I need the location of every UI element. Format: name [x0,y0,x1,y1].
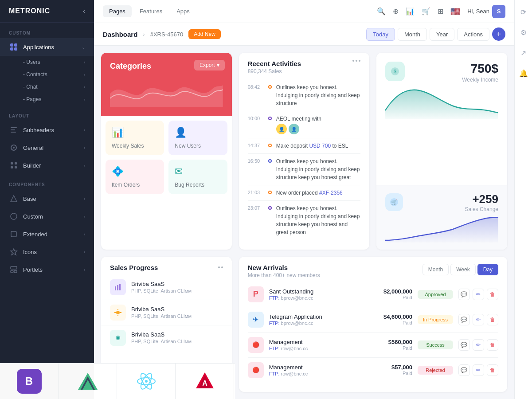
sidebar-item-portlets[interactable]: Portlets › [0,261,94,278]
flag-icon[interactable]: 🇺🇸 [450,7,460,16]
breadcrumb-btn-month[interactable]: Month [398,28,427,41]
activity-highlight-1437: USD 700 [309,143,331,149]
arrivals-action-delete-sant[interactable]: 🗑 [487,289,498,300]
sales-change-section: 🛒 +259 Sales Change [376,185,507,250]
sidebar-item-label-subheaders: Subheaders [23,127,84,133]
arrivals-action-chat-telegram[interactable]: 💬 [458,314,470,325]
right-icon-refresh[interactable]: ⟳ [517,5,530,19]
arrivals-name-telegram: Telegram Application [269,313,363,320]
breadcrumb-btn-actions[interactable]: Actions [457,28,489,41]
grid-icon[interactable]: ⊞ [438,7,443,16]
arrivals-tab-month[interactable]: Month [422,264,449,275]
sidebar-item-applications[interactable]: Applications ⌄ [0,38,94,56]
category-item-new-users[interactable]: 👤 New Users [168,121,227,155]
sidebar-item-label-icons: Icons [23,249,84,255]
weekly-income-icon-wrap: $ [385,62,405,81]
sidebar-item-builder[interactable]: Builder › [0,156,94,174]
progress-info-2: Briviba SaaS PHP, SQLite, Artisan CLIмм [131,331,223,344]
activities-menu-dots[interactable] [352,60,360,62]
sidebar-subitem-contacts[interactable]: - Contacts › [0,68,94,81]
cart-icon[interactable]: 🛒 [422,7,430,16]
framework-react[interactable] [117,364,176,399]
activity-avatars: 👤 👤 [276,124,361,134]
arrivals-tab-week[interactable]: Week [450,264,475,275]
breadcrumb-btn-year[interactable]: Year [430,28,454,41]
sidebar-subitem-users[interactable]: - Users › [0,56,94,68]
arrivals-badge-mgmt2: Rejected [418,366,453,375]
activity-item-0842: 08:42 Outlines keep you honest. Indulgin… [248,80,361,111]
sidebar-item-custom[interactable]: Custom › [0,207,94,225]
arrivals-action-delete-mgmt1[interactable]: 🗑 [487,339,498,351]
activity-text-1000: AEOL meeting with 👤 👤 [276,115,361,134]
user-avatar[interactable]: S [492,5,505,18]
breadcrumb-add-button[interactable]: Add New [188,29,221,39]
arrivals-action-edit-mgmt1[interactable]: ✏ [473,339,484,351]
sidebar-subitem-arrow-chat: › [84,85,85,90]
svg-rect-4 [11,127,17,128]
arrivals-action-chat-sant[interactable]: 💬 [458,289,470,300]
export-button[interactable]: Export ▾ [194,60,225,70]
svg-rect-10 [15,162,17,164]
nav-tab-features[interactable]: Features [133,5,168,17]
svg-rect-9 [11,162,13,164]
right-icon-settings[interactable]: ⚙ [517,26,530,39]
arrivals-action-edit-telegram[interactable]: ✏ [473,314,484,325]
sidebar-item-general[interactable]: General › [0,139,94,156]
logo-text: METRONIC [9,7,50,15]
activity-text-1437: Make deposit USD 700 to ESL [276,142,361,150]
activity-text-1650: Outlines keep you honest. Indulging in p… [276,157,361,181]
sidebar-item-icons[interactable]: Icons › [0,243,94,261]
arrivals-action-edit-mgmt2[interactable]: ✏ [473,364,484,376]
category-item-weekly-sales[interactable]: 📊 Weekly Sales [106,121,164,155]
activities-title: Recent Activities [248,60,301,67]
avatar-1: 👤 [276,124,287,134]
arrivals-action-edit-sant[interactable]: ✏ [473,289,484,300]
sidebar-item-arrow-general: › [84,145,85,150]
svg-rect-17 [11,270,13,273]
sidebar-item-subheaders[interactable]: Subheaders › [0,121,94,139]
breadcrumb-add-circle-button[interactable]: + [492,27,505,41]
arrivals-ftp-mgmt1: FTP: row@bnc.cc [269,346,363,351]
arrivals-name-mgmt1: Management [269,339,363,345]
framework-angular[interactable]: A [176,364,234,399]
arrivals-action-delete-mgmt2[interactable]: 🗑 [487,364,498,376]
chart-icon[interactable]: 📊 [406,7,415,16]
arrivals-action-chat-mgmt2[interactable]: 💬 [458,364,470,376]
svg-point-8 [13,147,15,149]
breadcrumb-btn-today[interactable]: Today [366,28,395,41]
section-label-custom: CUSTOM [0,23,94,38]
category-item-bug-reports[interactable]: ✉ Bug Reports [168,160,227,194]
sidebar-item-arrow-icons: › [84,250,85,254]
activity-item-2103: 21:03 New order placed #XF-2356 [248,185,361,201]
nav-tab-apps[interactable]: Apps [170,5,196,17]
activity-item-1000: 10:00 AEOL meeting with 👤 👤 [248,111,361,138]
breadcrumb-id: #XRS-45670 [150,31,183,38]
framework-bootstrap[interactable]: B [0,364,59,399]
right-icon-bell[interactable]: 🔔 [517,66,530,80]
sidebar-subitem-label-pages: - Pages [23,96,84,102]
progress-menu-dots[interactable] [218,266,223,268]
sidebar-toggle[interactable]: ‹ [83,8,85,15]
category-item-item-orders[interactable]: 💠 Item Orders [106,160,164,194]
sidebar-subitem-chat[interactable]: - Chat › [0,81,94,93]
right-icon-send[interactable]: ↗ [517,46,530,59]
arrivals-action-chat-mgmt1[interactable]: 💬 [458,339,470,351]
progress-name-0: Briviba SaaS [131,281,223,287]
sidebar-item-label-builder: Builder [23,162,84,169]
sidebar-item-base[interactable]: Base › [0,190,94,207]
sidebar-subitem-pages[interactable]: - Pages › [0,93,94,106]
share-icon[interactable]: ⊕ [393,7,399,16]
sidebar-item-extended[interactable]: Extended › [0,225,94,243]
framework-vue[interactable] [59,364,117,399]
sales-change-amount: +259 [465,192,498,206]
sales-change-icon-wrap: 🛒 [385,193,403,211]
breadcrumb-actions: Today Month Year Actions + [366,27,505,41]
arrivals-action-delete-telegram[interactable]: 🗑 [487,314,498,325]
nav-tab-pages[interactable]: Pages [103,5,132,17]
arrivals-tab-day[interactable]: Day [477,264,498,275]
sidebar-item-arrow-applications: ⌄ [82,45,85,50]
search-icon[interactable]: 🔍 [377,7,386,16]
arrivals-amount-mgmt2: $57,000 [368,364,412,371]
arrivals-row-sant: P Sant Outstanding FTP: bprow@bnc.cc $2,… [248,282,498,307]
activity-dot-2307 [268,206,272,210]
